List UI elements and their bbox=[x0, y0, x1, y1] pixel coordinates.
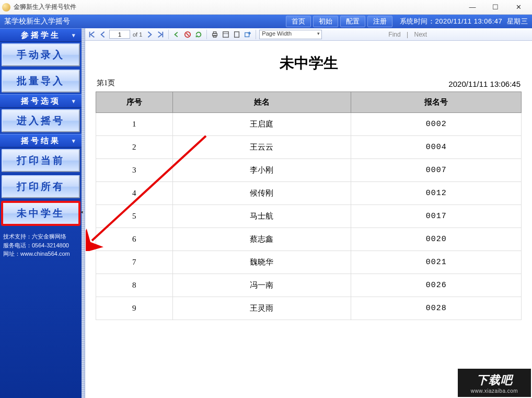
app-header: 某学校新生入学摇号 首页 初始 配置 注册 系统时间：2020/11/11 13… bbox=[0, 15, 532, 28]
cell-name: 冯一南 bbox=[172, 274, 351, 297]
sidebar-cat-lottery-results[interactable]: 摇号结果 bbox=[0, 134, 82, 147]
sidebar-item-batch-import[interactable]: 批量导入 bbox=[2, 70, 80, 93]
cell-name: 候传刚 bbox=[172, 182, 351, 205]
cell-seq: 8 bbox=[96, 274, 173, 297]
stop-icon[interactable] bbox=[183, 30, 192, 39]
find-controls: Find | Next bbox=[386, 31, 429, 38]
svg-rect-3 bbox=[214, 35, 216, 37]
init-button[interactable]: 初始 bbox=[313, 16, 338, 27]
find-sep: | bbox=[407, 31, 408, 38]
report-viewer: of 1 Page Width Find | Next 未中学生 第1页 bbox=[85, 28, 532, 398]
svg-rect-4 bbox=[223, 31, 229, 37]
table-row: 6蔡志鑫0020 bbox=[96, 228, 522, 251]
table-row: 8冯一南0026 bbox=[96, 274, 522, 297]
table-row: 5马士航0017 bbox=[96, 205, 522, 228]
home-button[interactable]: 首页 bbox=[286, 16, 311, 27]
cell-id: 0026 bbox=[351, 274, 522, 297]
svg-rect-2 bbox=[214, 31, 216, 33]
cell-id: 0021 bbox=[351, 251, 522, 274]
table-row: 9王灵雨0028 bbox=[96, 297, 522, 320]
systime-label: 系统时间： bbox=[400, 17, 435, 25]
table-row: 3李小刚0007 bbox=[96, 159, 522, 182]
page-of-label: of 1 bbox=[132, 31, 143, 38]
zoom-select[interactable]: Page Width bbox=[259, 30, 322, 39]
watermark-text: 下载吧 bbox=[477, 372, 513, 388]
config-button[interactable]: 配置 bbox=[340, 16, 365, 27]
app-icon bbox=[2, 3, 10, 12]
export-icon[interactable] bbox=[243, 30, 252, 39]
sidebar: 参摇学生 手动录入 批量导入 摇号选项 进入摇号 摇号结果 打印当前 打印所有 … bbox=[0, 28, 82, 398]
systime-value: 2020/11/11 13:06:47 bbox=[435, 17, 502, 25]
last-page-icon[interactable] bbox=[156, 30, 165, 39]
cell-seq: 2 bbox=[96, 136, 173, 159]
col-header-name: 姓名 bbox=[172, 92, 351, 113]
cell-id: 0002 bbox=[351, 113, 522, 136]
system-time: 系统时间：2020/11/11 13:06:47 星期三 bbox=[400, 17, 528, 26]
back-icon[interactable] bbox=[172, 30, 181, 39]
cell-seq: 4 bbox=[96, 182, 173, 205]
page-setup-icon[interactable] bbox=[232, 30, 241, 39]
find-link[interactable]: Find bbox=[388, 31, 400, 38]
page-number-input[interactable] bbox=[109, 30, 130, 39]
refresh-icon[interactable] bbox=[194, 30, 203, 39]
cell-name: 魏晓华 bbox=[172, 251, 351, 274]
cell-name: 蔡志鑫 bbox=[172, 228, 351, 251]
cell-name: 王启庭 bbox=[172, 113, 351, 136]
cell-seq: 3 bbox=[96, 159, 173, 182]
sidebar-item-unselected-students[interactable]: 未中学生 bbox=[2, 201, 80, 225]
window-titlebar: 金狮新生入学摇号软件 — ☐ ✕ bbox=[0, 0, 532, 15]
sidebar-item-manual-entry[interactable]: 手动录入 bbox=[2, 43, 80, 66]
sidebar-item-enter-lottery[interactable]: 进入摇号 bbox=[2, 109, 80, 132]
print-icon[interactable] bbox=[210, 30, 219, 39]
footer-support: 技术支持：六安金狮网络 bbox=[3, 232, 78, 241]
cell-seq: 6 bbox=[96, 228, 173, 251]
watermark-url: www.xiazaiba.com bbox=[471, 388, 518, 394]
cell-name: 王云云 bbox=[172, 136, 351, 159]
next-page-icon[interactable] bbox=[145, 30, 154, 39]
sidebar-item-print-current[interactable]: 打印当前 bbox=[2, 149, 80, 172]
table-row: 2王云云0004 bbox=[96, 136, 522, 159]
close-button[interactable]: ✕ bbox=[507, 2, 530, 13]
report-title: 未中学生 bbox=[96, 53, 522, 73]
viewer-toolbar: of 1 Page Width Find | Next bbox=[85, 28, 532, 41]
cell-name: 李小刚 bbox=[172, 159, 351, 182]
table-row: 7魏晓华0021 bbox=[96, 251, 522, 274]
svg-rect-5 bbox=[235, 31, 239, 37]
cell-seq: 5 bbox=[96, 205, 173, 228]
cell-id: 0017 bbox=[351, 205, 522, 228]
report-table: 序号 姓名 报名号 1王启庭00022王云云00043李小刚00074候传刚00… bbox=[96, 92, 522, 320]
table-row: 1王启庭0002 bbox=[96, 113, 522, 136]
first-page-icon[interactable] bbox=[87, 30, 97, 39]
sidebar-cat-participants[interactable]: 参摇学生 bbox=[0, 28, 82, 42]
sidebar-footer: 技术支持：六安金狮网络 服务电话：0564-3214800 网址：www.chi… bbox=[0, 230, 82, 260]
print-layout-icon[interactable] bbox=[221, 30, 230, 39]
report-timestamp: 2020/11/11 13:06:45 bbox=[448, 79, 521, 88]
sidebar-cat-lottery-options[interactable]: 摇号选项 bbox=[0, 94, 82, 108]
cell-id: 0004 bbox=[351, 136, 522, 159]
splitter[interactable] bbox=[82, 28, 85, 398]
cell-seq: 1 bbox=[96, 113, 173, 136]
footer-phone: 服务电话：0564-3214800 bbox=[3, 241, 78, 250]
cell-id: 0007 bbox=[351, 159, 522, 182]
minimize-button[interactable]: — bbox=[461, 2, 484, 13]
next-link[interactable]: Next bbox=[414, 31, 427, 38]
window-title: 金狮新生入学摇号软件 bbox=[14, 3, 76, 12]
systime-weekday: 星期三 bbox=[507, 17, 528, 25]
footer-url: 网址：www.china564.com bbox=[3, 249, 78, 258]
col-header-seq: 序号 bbox=[96, 92, 173, 113]
cell-name: 王灵雨 bbox=[172, 297, 351, 320]
report-page: 未中学生 第1页 2020/11/11 13:06:45 序号 姓名 报名号 1… bbox=[85, 41, 532, 398]
sidebar-item-print-all[interactable]: 打印所有 bbox=[2, 175, 80, 198]
cell-id: 0028 bbox=[351, 297, 522, 320]
watermark: 下载吧 www.xiazaiba.com bbox=[457, 368, 532, 398]
app-subtitle: 某学校新生入学摇号 bbox=[4, 17, 70, 26]
cell-seq: 9 bbox=[96, 297, 173, 320]
register-button[interactable]: 注册 bbox=[367, 16, 392, 27]
cell-id: 0012 bbox=[351, 182, 522, 205]
page-label: 第1页 bbox=[97, 78, 115, 88]
maximize-button[interactable]: ☐ bbox=[484, 2, 507, 13]
col-header-id: 报名号 bbox=[351, 92, 522, 113]
cell-id: 0020 bbox=[351, 228, 522, 251]
prev-page-icon[interactable] bbox=[98, 30, 108, 39]
cell-name: 马士航 bbox=[172, 205, 351, 228]
